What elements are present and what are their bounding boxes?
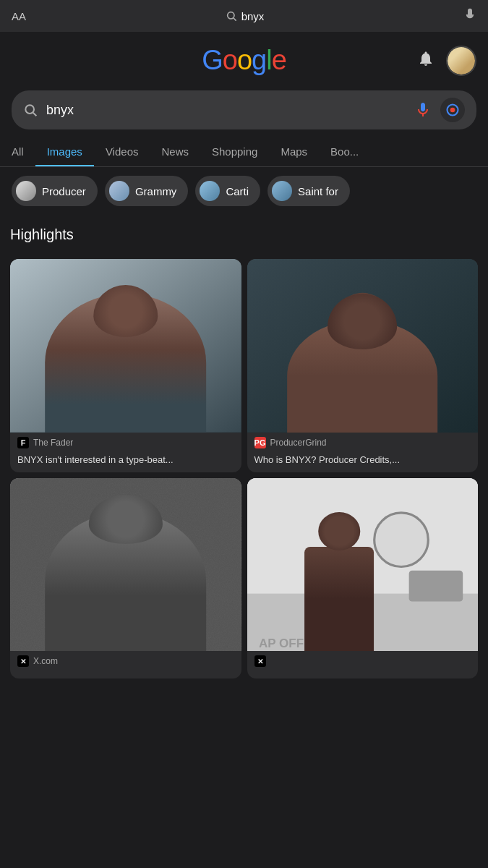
svg-point-7 — [56, 382, 195, 432]
svg-point-0 — [227, 12, 234, 19]
svg-point-8 — [96, 291, 155, 359]
image-3 — [10, 478, 241, 652]
svg-rect-12 — [353, 359, 372, 373]
chip-grammy-avatar — [109, 181, 129, 201]
bottom-space — [0, 678, 488, 700]
svg-rect-9 — [116, 353, 135, 368]
highlights-section: Highlights — [0, 215, 488, 259]
tab-images[interactable]: Images — [35, 138, 94, 166]
browser-search-text: bnyx — [241, 10, 265, 22]
svg-point-18 — [72, 593, 179, 651]
card-2-source: PG ProducerGrind — [247, 433, 479, 454]
card-3-source: ✕ X.com — [10, 651, 241, 673]
svg-point-2 — [25, 105, 34, 114]
svg-text:AP OFF: AP OFF — [258, 637, 303, 650]
chip-producer-label: Producer — [42, 185, 86, 197]
card-4-title — [247, 673, 479, 678]
chip-carti[interactable]: Carti — [195, 176, 260, 206]
browser-url-bar[interactable]: bnyx — [35, 10, 455, 22]
card-4-favicon: ✕ — [254, 655, 266, 667]
svg-rect-31 — [341, 613, 354, 647]
image-wrapper-1 — [10, 259, 241, 433]
card-2-favicon: PG — [254, 437, 266, 448]
image-card-1[interactable]: F The Fader BNYX isn't interested in a t… — [10, 259, 241, 472]
search-bar-container: bnyx — [0, 85, 488, 138]
svg-rect-27 — [312, 593, 359, 647]
tab-more[interactable]: Boo... — [319, 138, 370, 166]
chip-carti-avatar — [200, 181, 220, 201]
chip-producer-avatar — [16, 181, 36, 201]
card-3-source-name: X.com — [33, 656, 58, 666]
search-query-text: bnyx — [46, 103, 406, 118]
card-1-favicon: F — [17, 437, 29, 448]
tab-news[interactable]: News — [150, 138, 200, 166]
svg-rect-20 — [116, 578, 135, 597]
browser-top-bar: AA bnyx — [0, 0, 488, 32]
notification-bell-icon[interactable] — [417, 50, 435, 72]
google-lens-icon[interactable] — [440, 98, 465, 122]
svg-line-3 — [33, 113, 37, 116]
card-3-favicon: ✕ — [17, 655, 29, 667]
tab-shopping[interactable]: Shopping — [200, 138, 269, 166]
svg-rect-13 — [338, 326, 358, 338]
voice-search-icon[interactable] — [414, 101, 432, 119]
browser-mic-icon[interactable] — [463, 8, 476, 25]
tab-all[interactable]: All — [0, 138, 35, 166]
svg-point-25 — [374, 512, 428, 566]
tab-videos[interactable]: Videos — [94, 138, 150, 166]
svg-rect-30 — [316, 613, 330, 647]
lens-svg — [445, 103, 460, 117]
search-bar[interactable]: bnyx — [12, 90, 476, 129]
chip-saint-avatar — [272, 181, 292, 201]
image-2 — [247, 259, 479, 433]
image-card-4[interactable]: AP OFF ✕ — [247, 478, 479, 679]
image-card-2[interactable]: PG ProducerGrind Who is BNYX? Producer C… — [247, 259, 479, 472]
svg-point-28 — [316, 574, 354, 621]
search-icon — [23, 103, 38, 117]
svg-rect-26 — [408, 570, 463, 601]
chip-carti-label: Carti — [226, 185, 249, 197]
svg-point-11 — [332, 293, 393, 364]
svg-rect-10 — [247, 259, 479, 433]
card-2-title: Who is BNYX? Producer Credits,... — [247, 454, 479, 472]
svg-point-5 — [450, 108, 455, 113]
image-svg-1 — [10, 259, 241, 433]
chip-producer[interactable]: Producer — [12, 176, 98, 206]
user-avatar[interactable] — [446, 46, 476, 76]
image-card-3[interactable]: ✕ X.com — [10, 478, 241, 679]
image-svg-4: AP OFF — [247, 478, 479, 652]
svg-line-1 — [234, 18, 236, 21]
browser-aa[interactable]: AA — [12, 10, 26, 22]
google-header: Google — [0, 32, 488, 85]
card-1-source: F The Fader — [10, 433, 241, 454]
svg-rect-14 — [367, 326, 388, 338]
chip-saint-label: Saint for — [298, 185, 338, 197]
svg-point-29 — [320, 550, 351, 584]
image-4: AP OFF — [247, 478, 479, 652]
card-3-title — [10, 673, 241, 678]
highlights-title: Highlights — [10, 226, 478, 243]
image-wrapper-4: AP OFF — [247, 478, 479, 652]
card-4-source: ✕ — [247, 651, 479, 673]
chip-grammy-label: Grammy — [135, 185, 177, 197]
filter-chips-row: Producer Grammy Carti Saint for — [0, 167, 488, 215]
chip-grammy[interactable]: Grammy — [105, 176, 189, 206]
google-logo: Google — [202, 45, 286, 76]
card-1-title: BNYX isn't interested in a type-beat... — [10, 454, 241, 472]
svg-point-19 — [96, 519, 155, 583]
image-svg-2 — [247, 259, 479, 433]
image-wrapper-2 — [247, 259, 479, 433]
image-1 — [10, 259, 241, 433]
image-wrapper-3 — [10, 478, 241, 652]
card-2-source-name: ProducerGrind — [270, 438, 327, 448]
search-tabs: All Images Videos News Shopping Maps Boo… — [0, 138, 488, 167]
image-svg-3 — [10, 478, 241, 652]
svg-rect-17 — [10, 478, 241, 652]
card-1-source-name: The Fader — [33, 438, 73, 448]
svg-rect-6 — [10, 259, 241, 433]
image-grid: F The Fader BNYX isn't interested in a t… — [0, 259, 488, 678]
tab-maps[interactable]: Maps — [269, 138, 319, 166]
chip-saint[interactable]: Saint for — [267, 176, 350, 206]
